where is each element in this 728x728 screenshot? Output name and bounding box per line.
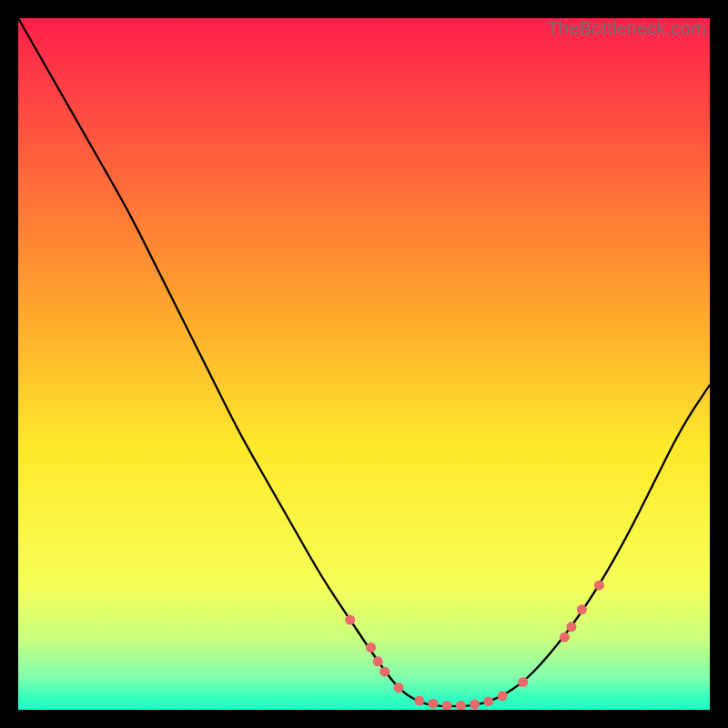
highlight-point	[483, 696, 493, 706]
highlight-point	[373, 656, 383, 666]
highlight-point	[366, 642, 376, 652]
highlight-point	[518, 677, 528, 687]
chart-canvas	[18, 18, 710, 710]
highlight-point	[498, 691, 508, 701]
chart-frame: TheBottleneck.com	[18, 18, 710, 710]
gradient-background	[18, 18, 710, 710]
highlight-point	[470, 699, 480, 709]
highlight-point	[394, 682, 404, 693]
highlight-point	[429, 699, 439, 709]
highlight-point	[345, 615, 355, 625]
highlight-point	[560, 632, 570, 642]
watermark-text: TheBottleneck.com	[547, 18, 706, 39]
highlight-point	[379, 667, 389, 677]
highlight-point	[594, 581, 604, 591]
highlight-point	[577, 604, 587, 614]
highlight-point	[414, 696, 424, 706]
highlight-point	[567, 622, 577, 632]
